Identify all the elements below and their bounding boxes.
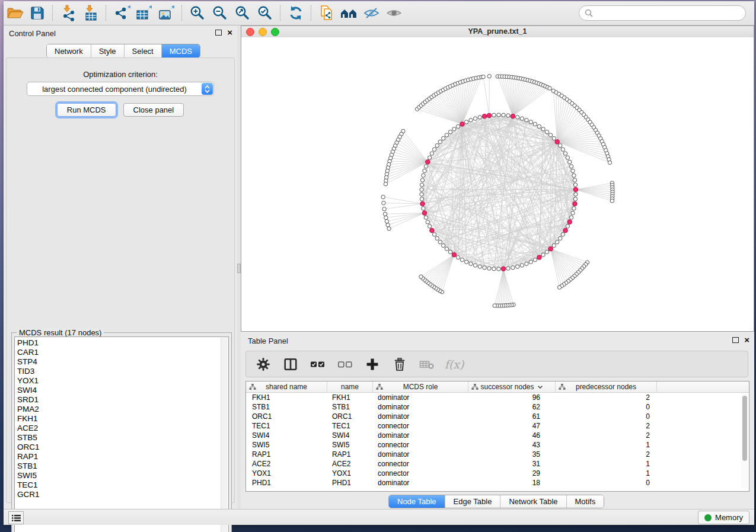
- table-cell[interactable]: SWI5: [246, 441, 327, 449]
- column-header-mcds-role[interactable]: MCDS role: [373, 382, 468, 392]
- graph-node[interactable]: [384, 182, 387, 185]
- table-row[interactable]: STB1STB1dominator620: [246, 402, 749, 412]
- graph-node[interactable]: [386, 223, 390, 227]
- graph-node[interactable]: [525, 262, 528, 265]
- table-cell[interactable]: 29: [468, 469, 556, 477]
- graph-node[interactable]: [428, 156, 431, 159]
- float-panel-icon[interactable]: [215, 30, 222, 36]
- graph-node[interactable]: [428, 225, 431, 228]
- graph-node[interactable]: [502, 113, 505, 117]
- column-header-predecessor-nodes[interactable]: predecessor nodes: [556, 382, 657, 392]
- mcds-result-item[interactable]: ACE2: [17, 424, 228, 433]
- graph-node[interactable]: [487, 267, 491, 270]
- graph-node[interactable]: [382, 201, 385, 204]
- table-row[interactable]: ORC1ORC1dominator610: [246, 412, 749, 421]
- close-panel-button[interactable]: Close panel: [123, 103, 184, 117]
- table-row[interactable]: TEC1TEC1connector472: [246, 421, 749, 431]
- save-session-icon[interactable]: [27, 4, 47, 23]
- graph-node[interactable]: [573, 178, 576, 182]
- table-row[interactable]: PHD1PHD1dominator180: [246, 478, 749, 488]
- graph-node[interactable]: [537, 124, 541, 128]
- table-cell[interactable]: dominator: [373, 403, 468, 411]
- graph-hub-node[interactable]: [573, 201, 578, 206]
- add-column-icon[interactable]: [365, 357, 380, 372]
- task-history-button[interactable]: [8, 511, 24, 524]
- graph-hub-node[interactable]: [563, 228, 568, 233]
- optimization-criterion-select[interactable]: largest connected component (undirected): [27, 82, 214, 96]
- settings-gear-icon[interactable]: [256, 357, 271, 372]
- graph-node[interactable]: [569, 165, 573, 168]
- graph-node[interactable]: [573, 183, 577, 187]
- graph-node[interactable]: [473, 117, 477, 120]
- table-cell[interactable]: 61: [468, 412, 556, 421]
- graph-node[interactable]: [487, 74, 491, 78]
- graph-hub-node[interactable]: [460, 122, 465, 127]
- refresh-layout-icon[interactable]: [286, 4, 306, 23]
- graph-node[interactable]: [452, 127, 456, 131]
- graph-node[interactable]: [608, 161, 611, 164]
- table-cell[interactable]: dominator: [373, 412, 468, 421]
- graph-node[interactable]: [432, 148, 436, 151]
- table-cell[interactable]: RAP1: [327, 450, 373, 459]
- import-table-icon[interactable]: [81, 4, 101, 23]
- graph-node[interactable]: [506, 267, 510, 270]
- table-cell[interactable]: 2: [556, 393, 657, 402]
- table-cell[interactable]: SWI4: [246, 431, 327, 440]
- table-cell[interactable]: 35: [468, 450, 556, 459]
- tab-mcds[interactable]: MCDS: [162, 44, 200, 57]
- table-cell[interactable]: connector: [373, 460, 468, 468]
- mcds-result-item[interactable]: STB5: [17, 433, 228, 443]
- graph-node[interactable]: [571, 169, 575, 172]
- column-header-name[interactable]: name: [327, 382, 373, 392]
- mcds-result-item[interactable]: YOX1: [17, 376, 228, 386]
- graph-node[interactable]: [430, 152, 433, 155]
- graph-node[interactable]: [533, 258, 537, 261]
- function-builder-icon[interactable]: f(x): [446, 357, 462, 372]
- table-cell[interactable]: connector: [373, 422, 468, 430]
- graph-node[interactable]: [422, 207, 425, 210]
- table-scrollbar[interactable]: [741, 393, 748, 488]
- graph-node[interactable]: [610, 199, 614, 203]
- graph-node[interactable]: [572, 207, 576, 210]
- graph-hub-node[interactable]: [537, 255, 542, 260]
- table-cell[interactable]: 31: [468, 460, 556, 468]
- graph-node[interactable]: [516, 116, 519, 119]
- graph-node[interactable]: [569, 216, 573, 219]
- graph-node[interactable]: [448, 130, 452, 134]
- graph-node[interactable]: [460, 258, 464, 261]
- graph-node[interactable]: [561, 148, 564, 151]
- graph-node[interactable]: [469, 262, 473, 265]
- graph-hub-node[interactable]: [548, 246, 553, 251]
- graph-node[interactable]: [548, 86, 551, 90]
- graph-node[interactable]: [464, 260, 468, 264]
- run-mcds-button[interactable]: Run MCDS: [57, 103, 116, 117]
- deselect-all-columns-icon[interactable]: [337, 357, 353, 372]
- float-table-panel-icon[interactable]: [732, 337, 739, 343]
- graph-node[interactable]: [557, 286, 561, 289]
- table-cell[interactable]: RAP1: [246, 450, 327, 459]
- graph-node[interactable]: [426, 220, 429, 223]
- tab-select[interactable]: Select: [125, 44, 162, 57]
- graph-node[interactable]: [438, 240, 442, 243]
- graph-node[interactable]: [483, 266, 486, 270]
- table-row[interactable]: SWI5SWI5connector431: [246, 440, 749, 450]
- graph-node[interactable]: [422, 174, 425, 177]
- table-cell[interactable]: YOX1: [327, 469, 373, 477]
- tab-motifs[interactable]: Motifs: [567, 495, 604, 508]
- graph-node[interactable]: [573, 197, 577, 201]
- tab-edge-table[interactable]: Edge Table: [445, 495, 501, 508]
- table-cell[interactable]: ORC1: [246, 412, 327, 421]
- table-cell[interactable]: 1: [556, 441, 657, 449]
- table-row[interactable]: ACE2ACE2connector311: [246, 459, 749, 469]
- show-all-icon[interactable]: [384, 4, 404, 23]
- graph-hub-node[interactable]: [567, 220, 572, 225]
- graph-node[interactable]: [445, 247, 448, 251]
- table-cell[interactable]: 0: [556, 412, 657, 421]
- graph-node[interactable]: [381, 195, 385, 198]
- graph-node[interactable]: [383, 212, 387, 216]
- table-cell[interactable]: YOX1: [246, 469, 327, 477]
- graph-node[interactable]: [492, 113, 496, 117]
- table-row[interactable]: YOX1YOX1connector291: [246, 469, 749, 478]
- delete-table-icon[interactable]: [419, 357, 435, 372]
- table-cell[interactable]: SWI5: [327, 441, 373, 449]
